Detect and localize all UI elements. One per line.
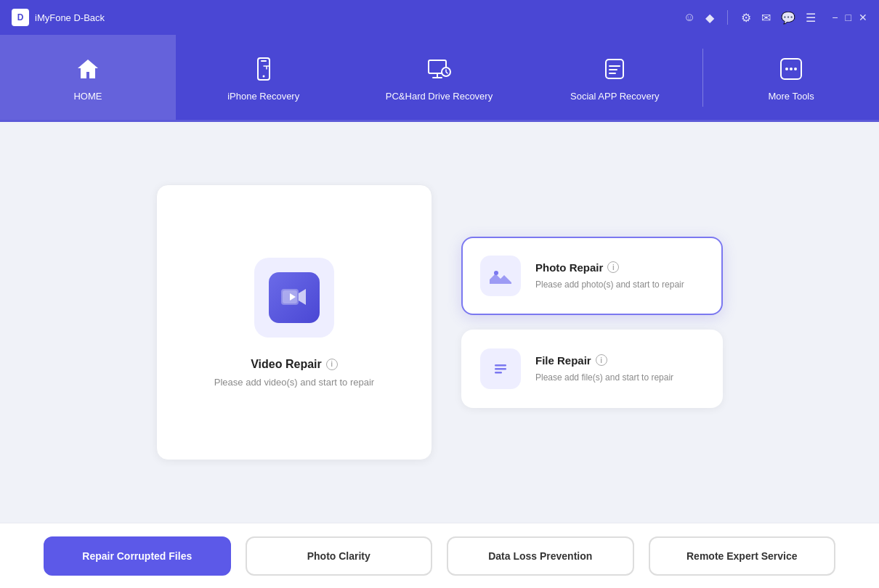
- minimize-button[interactable]: −: [832, 12, 838, 23]
- svg-point-1: [262, 75, 264, 78]
- nav-item-home[interactable]: HOME: [0, 35, 176, 120]
- main-content: Video Repair i Please add video(s) and s…: [0, 122, 879, 523]
- svg-rect-17: [495, 372, 502, 374]
- title-bar: D iMyFone D-Back ☺ ◆ ⚙ ✉ 💬 ☰ − □ ✕: [0, 0, 879, 35]
- file-info-icon[interactable]: i: [596, 354, 607, 366]
- nav-item-iphone[interactable]: iPhone Recovery: [176, 35, 352, 120]
- separator: [727, 10, 728, 25]
- file-repair-card[interactable]: File Repair i Please add file(s) and sta…: [461, 330, 723, 408]
- nav-label-more: More Tools: [768, 91, 814, 102]
- file-repair-desc: Please add file(s) and start to repair: [535, 371, 704, 384]
- photo-repair-card[interactable]: Photo Repair i Please add photo(s) and s…: [461, 237, 723, 315]
- more-icon: [775, 53, 807, 85]
- social-icon: [599, 53, 631, 85]
- user-icon[interactable]: ☺: [684, 11, 695, 24]
- pc-icon: [423, 53, 455, 85]
- close-button[interactable]: ✕: [859, 12, 867, 23]
- svg-rect-16: [495, 368, 506, 370]
- right-cards: Photo Repair i Please add photo(s) and s…: [461, 237, 723, 408]
- file-repair-title: File Repair i: [535, 354, 704, 367]
- photo-info-icon[interactable]: i: [607, 261, 619, 273]
- app-logo: D: [12, 9, 29, 26]
- title-bar-icons: ☺ ◆ ⚙ ✉ 💬 ☰ − □ ✕: [684, 10, 867, 25]
- video-info-icon[interactable]: i: [326, 359, 338, 370]
- nav-label-iphone: iPhone Recovery: [227, 91, 299, 102]
- chat-icon[interactable]: 💬: [781, 11, 795, 25]
- svg-rect-15: [495, 364, 506, 367]
- iphone-icon: [248, 53, 280, 85]
- photo-clarity-button[interactable]: Photo Clarity: [246, 536, 433, 576]
- nav-label-pc: PC&Hard Drive Recovery: [386, 91, 493, 102]
- photo-repair-icon: [480, 256, 521, 296]
- photo-repair-desc: Please add photo(s) and start to repair: [535, 278, 704, 291]
- nav-item-social[interactable]: Social APP Recovery: [527, 35, 702, 120]
- file-repair-content: File Repair i Please add file(s) and sta…: [535, 354, 704, 384]
- settings-icon[interactable]: ⚙: [741, 11, 751, 25]
- video-repair-desc: Please add video(s) and start to repair: [214, 377, 374, 388]
- photo-repair-title: Photo Repair i: [535, 261, 704, 274]
- svg-point-8: [794, 68, 797, 70]
- video-icon-inner: [269, 272, 320, 323]
- maximize-button[interactable]: □: [846, 12, 851, 23]
- repair-corrupted-button[interactable]: Repair Corrupted Files: [44, 536, 231, 576]
- nav-bar: HOME iPhone Recovery PC&Hard Drive Recov…: [0, 35, 879, 122]
- photo-repair-content: Photo Repair i Please add photo(s) and s…: [535, 261, 704, 291]
- video-repair-card[interactable]: Video Repair i Please add video(s) and s…: [156, 184, 432, 460]
- app-title: iMyFone D-Back: [35, 12, 684, 23]
- remote-expert-button[interactable]: Remote Expert Service: [649, 536, 836, 576]
- video-repair-title: Video Repair i: [251, 358, 338, 371]
- discord-icon[interactable]: ◆: [705, 11, 714, 25]
- nav-item-pc[interactable]: PC&Hard Drive Recovery: [352, 35, 527, 120]
- nav-label-social: Social APP Recovery: [570, 91, 660, 102]
- svg-point-7: [790, 68, 793, 70]
- menu-icon[interactable]: ☰: [806, 11, 816, 25]
- mail-icon[interactable]: ✉: [761, 11, 771, 25]
- svg-point-6: [785, 68, 788, 70]
- video-icon-bg: [254, 258, 334, 338]
- nav-label-home: HOME: [73, 91, 102, 102]
- window-controls: − □ ✕: [832, 12, 867, 23]
- file-repair-icon: [480, 348, 521, 389]
- data-loss-prevention-button[interactable]: Data Loss Prevention: [447, 536, 634, 576]
- home-icon: [72, 53, 104, 85]
- nav-item-more[interactable]: More Tools: [703, 35, 879, 120]
- bottom-bar: Repair Corrupted Files Photo Clarity Dat…: [0, 523, 879, 588]
